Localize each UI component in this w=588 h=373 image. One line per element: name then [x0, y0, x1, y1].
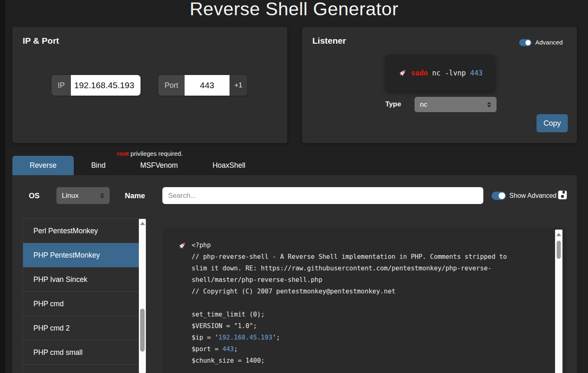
show-advanced-toggle[interactable]: [492, 192, 506, 200]
page-title: Reverse Shell Generator: [0, 0, 588, 20]
listener-type-select[interactable]: nc: [415, 97, 497, 112]
listener-card: Listener Advanced sudo nc -lvnp 443 Type…: [302, 27, 577, 143]
rocket-icon: [178, 241, 187, 250]
listener-type-label: Type: [385, 100, 401, 108]
scroll-up-arrow-icon[interactable]: [140, 222, 145, 225]
list-item[interactable]: PHP Ivan Sincek: [23, 267, 139, 291]
port-input[interactable]: [185, 75, 230, 96]
shell-code-card: <?php// php-reverse-shell - A Reverse Sh…: [165, 230, 565, 373]
ip-label: IP: [52, 75, 71, 96]
os-label: OS: [29, 192, 40, 200]
ip-port-card: IP & Port IP Port +1 root privileges req…: [12, 27, 287, 143]
select-arrows-icon: [487, 102, 491, 108]
ip-input-group: IP: [52, 75, 141, 96]
list-item[interactable]: Perl PentestMonkey: [23, 218, 139, 243]
shell-list-scrollbar[interactable]: [139, 219, 146, 373]
tab-hoaxshell[interactable]: HoaxShell: [195, 156, 263, 175]
tab-msfvenom[interactable]: MSFVenom: [123, 156, 195, 175]
window-edge: [0, 0, 5, 373]
select-arrows-icon: [100, 193, 104, 199]
list-item[interactable]: PHP cmd 2: [23, 316, 139, 340]
port-increment-button[interactable]: +1: [230, 75, 247, 96]
list-item[interactable]: PHP cmd small: [23, 340, 139, 364]
shell-tabs: Reverse Bind MSFVenom HoaxShell: [12, 156, 262, 175]
toggle-knob: [499, 192, 505, 199]
ip-port-card-title: IP & Port: [23, 36, 59, 46]
scrollbar-thumb[interactable]: [557, 241, 561, 259]
scrollbar-thumb[interactable]: [140, 309, 145, 352]
tab-bind[interactable]: Bind: [74, 156, 123, 175]
toggle-knob: [525, 40, 531, 45]
save-icon: [558, 190, 567, 200]
scroll-up-arrow-icon[interactable]: [556, 233, 561, 236]
listener-command[interactable]: sudo nc -lvnp 443: [386, 55, 495, 91]
shell-code[interactable]: <?php// php-reverse-shell - A Reverse Sh…: [192, 239, 546, 366]
port-label: Port: [158, 75, 185, 96]
reverse-tab-panel: OS Linux Name Show Advanced Perl Pentest…: [12, 175, 577, 373]
advanced-toggle[interactable]: [519, 39, 532, 46]
shell-list: Perl PentestMonkey PHP PentestMonkey PHP…: [23, 218, 139, 373]
copy-button[interactable]: Copy: [536, 114, 568, 132]
tab-reverse[interactable]: Reverse: [12, 156, 74, 175]
list-item[interactable]: PHP cmd: [23, 291, 139, 316]
rocket-icon: [398, 68, 407, 77]
list-item-selected[interactable]: PHP PentestMonkey: [23, 243, 139, 267]
app-window: Reverse Shell Generator IP & Port IP Por…: [0, 0, 588, 373]
show-advanced-label: Show Advanced: [509, 192, 557, 199]
ip-input[interactable]: [71, 75, 141, 96]
port-input-group: Port +1: [158, 75, 247, 96]
listener-type-value: nc: [420, 101, 427, 109]
advanced-toggle-label: Advanced: [535, 39, 563, 46]
code-scrollbar[interactable]: [555, 230, 562, 373]
name-label: Name: [125, 192, 145, 200]
os-select-value: Linux: [62, 192, 79, 200]
listener-card-title: Listener: [312, 36, 346, 46]
list-item[interactable]: [23, 364, 139, 373]
search-input[interactable]: [162, 187, 483, 204]
os-select[interactable]: Linux: [56, 187, 110, 204]
save-button[interactable]: [557, 190, 568, 201]
